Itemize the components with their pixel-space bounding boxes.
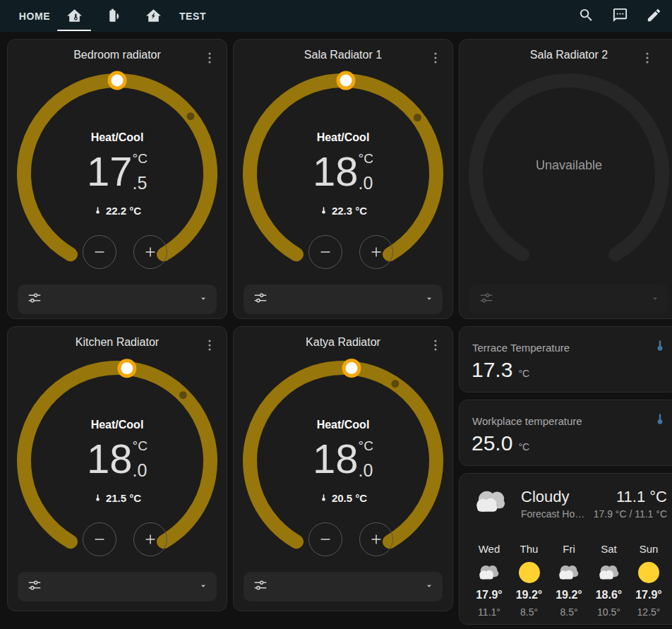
chevron-down-icon [425,293,433,306]
tab-home-energy[interactable] [133,0,173,32]
forecast-day: Wed 17.9° 11.1° [469,543,509,618]
target-temp-knob [109,73,125,88]
forecast-day: Sun 17.9° 12.5° [629,543,668,618]
sensor-value-row: 17.3 °C [472,358,529,382]
forecast-day: Fri 19.2° 8.5° [549,543,589,618]
chevron-down-icon [425,580,433,593]
header-actions [569,0,671,32]
temp-increase-button[interactable] [359,522,393,556]
sensor-unit: °C [518,368,529,379]
thermometer-icon [319,205,328,217]
weather-card[interactable]: Cloudy Forecast Ho… 11.1 °C 17.9 °C / 11… [459,473,672,625]
current-temperature: 22.3 °C [234,205,452,217]
hvac-settings-dropdown [469,284,668,314]
app-header: HOME TEST [0,0,672,32]
hvac-mode-label: Heat/Cool [8,419,227,431]
target-temp-knob [119,361,135,376]
target-temperature: 18 °C.0 [8,437,227,481]
temp-decrease-button[interactable] [308,235,342,269]
thermometer-icon [653,412,667,429]
sensor-value: 17.3 [472,358,512,382]
target-temperature: 17 °C.5 [8,150,227,193]
cloudy-icon [471,488,512,520]
thermostat-card-bedroom: Bedroom radiator Heat/Cool 17 °C.5 22.2 … [7,39,227,319]
current-temp-marker [187,112,195,120]
search-button[interactable] [569,0,603,32]
home-assistant-dashboard: HOME TEST [0,0,672,629]
thermometer-icon [319,492,328,504]
sensor-unit: °C [518,441,529,453]
cloudy-icon [589,560,629,585]
sunny-icon [629,560,668,585]
weather-condition-block: Cloudy Forecast Ho… [521,488,584,520]
cloudy-icon [549,560,589,585]
hvac-mode-label: Heat/Cool [234,419,452,431]
weather-condition: Cloudy [521,488,584,506]
thermostat-dial [459,64,672,284]
target-temp-knob [338,73,354,88]
assist-button[interactable] [603,0,637,32]
target-temperature: 18 °C.0 [234,437,452,481]
weather-summary: Cloudy Forecast Ho… 11.1 °C 17.9 °C / 11… [471,488,667,520]
tab-test-label: TEST [179,11,206,22]
unavailable-label: Unavailable [460,158,672,173]
forecast-day: Sat 18.6° 10.5° [589,543,629,618]
temp-increase-button[interactable] [133,235,167,269]
temp-decrease-button[interactable] [83,522,116,556]
tab-home-label: HOME [19,11,50,22]
view-tabs: HOME TEST [15,0,212,32]
thermostat-card-sala1: Sala Radiator 1 Heat/Cool 18 °C.0 22.3 °… [233,39,453,319]
home-lightning-icon [145,7,162,25]
tab-battery[interactable] [94,0,133,32]
sensor-name: Terrace Temperature [472,342,570,354]
current-temperature: 21.5 °C [8,492,227,504]
tune-icon [253,290,268,308]
thermometer-icon [93,205,102,217]
hvac-settings-dropdown[interactable] [244,572,443,601]
tab-test[interactable]: TEST [173,0,212,32]
weather-high-low: 17.9 °C / 11.1 °C [594,508,667,520]
search-icon [578,7,594,25]
current-temperature: 22.2 °C [8,205,227,217]
forecast-day: Thu 19.2° 8.5° [510,543,549,618]
tab-home[interactable]: HOME [15,0,54,32]
hvac-settings-dropdown[interactable] [18,284,217,314]
sensor-card-workplace[interactable]: Workplace temperature 25.0 °C [459,400,672,466]
temp-decrease-button[interactable] [83,235,116,269]
sensor-value-row: 25.0 °C [472,431,529,455]
temp-increase-button[interactable] [359,235,393,269]
tab-home-thermometer[interactable] [54,0,94,32]
tune-icon [27,290,42,308]
sensor-card-terrace[interactable]: Terrace Temperature 17.3 °C [459,326,672,393]
temp-increase-button[interactable] [133,522,167,556]
card-title: Kitchen Radiator [39,336,196,349]
current-temp-marker [391,380,399,388]
current-temp-marker [414,114,421,121]
edit-dashboard-button[interactable] [637,0,671,32]
hvac-settings-dropdown[interactable] [244,284,443,314]
hvac-settings-dropdown[interactable] [18,572,217,601]
target-temperature: 18 °C.0 [234,150,452,193]
weather-temp-block: 11.1 °C 17.9 °C / 11.1 °C [594,488,667,520]
cloudy-icon [469,560,509,585]
tune-icon [27,577,42,596]
current-temperature: 20.5 °C [234,492,452,504]
thermostat-card-kitchen: Kitchen Radiator Heat/Cool 18 °C.0 21.5 … [7,326,227,611]
card-title: Sala Radiator 2 [491,49,647,61]
card-title: Bedroom radiator [39,49,196,61]
chevron-down-icon [199,293,208,306]
sensor-name: Workplace temperature [472,415,582,427]
thermostat-card-katya: Katya Radiator Heat/Cool 18 °C.0 20.5 °C [233,326,453,611]
hvac-mode-label: Heat/Cool [234,131,452,144]
target-temp-knob [344,361,359,376]
tune-icon [253,577,268,596]
weather-source: Forecast Ho… [521,508,584,520]
sunny-icon [510,560,549,585]
card-title: Katya Radiator [265,336,421,349]
temp-decrease-button[interactable] [308,522,342,556]
thermostat-card-sala2: Sala Radiator 2 Unavailable [459,39,672,319]
home-thermometer-icon [66,7,83,25]
sensor-value: 25.0 [472,431,512,455]
weather-temperature: 11.1 °C [594,488,667,506]
thermometer-icon [653,338,667,355]
